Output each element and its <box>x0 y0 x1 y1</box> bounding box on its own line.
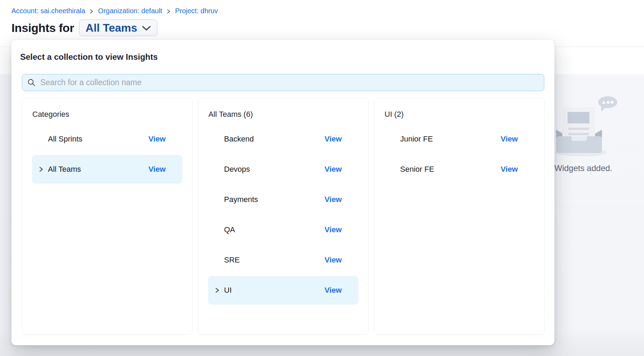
empty-state-message: Widgets added. <box>554 163 612 173</box>
column-categories: Categories All Sprints View All Teams Vi… <box>22 98 192 335</box>
collection-row-backend[interactable]: Backend View <box>208 125 358 153</box>
collection-label: All Teams <box>48 165 81 174</box>
document-text-line <box>568 133 589 135</box>
title-row: Insights for All Teams <box>11 19 157 36</box>
document-text-line <box>568 128 589 130</box>
chevron-right-icon <box>39 166 48 172</box>
inbox-tray-icon <box>556 136 602 153</box>
collection-row-all-teams[interactable]: All Teams View <box>32 155 182 184</box>
view-link[interactable]: View <box>501 165 518 174</box>
collection-label: Backend <box>224 135 254 144</box>
collection-dropdown-label: All Teams <box>85 22 137 34</box>
view-link[interactable]: View <box>324 286 342 295</box>
speech-bubble-tail <box>600 106 606 113</box>
collection-row-junior-fe[interactable]: Junior FE View <box>384 125 535 153</box>
collection-dropdown-button[interactable]: All Teams <box>79 19 157 36</box>
chevron-down-icon <box>142 25 151 31</box>
view-link[interactable]: View <box>148 135 166 144</box>
search-icon <box>27 79 36 87</box>
triangle-shape-icon <box>602 101 605 104</box>
collection-label: Junior FE <box>400 135 433 144</box>
document-image-block <box>568 112 589 123</box>
column-header: UI (2) <box>385 110 544 119</box>
column-ui: UI (2) Junior FE View Senior FE View <box>374 98 545 335</box>
collection-row-qa[interactable]: QA View <box>208 216 358 244</box>
document-illustration <box>562 107 595 139</box>
breadcrumb: Account: sai.cheethirala Organization: d… <box>11 7 218 15</box>
insights-page: Account: sai.cheethirala Organization: d… <box>0 0 644 356</box>
view-link[interactable]: View <box>324 225 342 234</box>
breadcrumb-separator-icon <box>167 9 171 14</box>
collection-row-ui[interactable]: UI View <box>208 276 358 305</box>
view-link[interactable]: View <box>501 135 518 144</box>
page-title: Insights for <box>11 21 74 35</box>
view-link[interactable]: View <box>324 195 342 204</box>
collection-row-all-sprints[interactable]: All Sprints View <box>32 125 182 153</box>
collection-row-sre[interactable]: SRE View <box>208 246 358 274</box>
search-input[interactable] <box>40 78 539 87</box>
collection-row-senior-fe[interactable]: Senior FE View <box>384 155 535 184</box>
column-header: All Teams (6) <box>208 110 368 119</box>
breadcrumb-link-organization[interactable]: Organization: default <box>98 7 162 15</box>
view-link[interactable]: View <box>324 165 342 174</box>
collection-label: Payments <box>224 195 258 204</box>
collection-label: Devops <box>224 165 250 174</box>
popover-title: Select a collection to view Insights <box>20 52 158 62</box>
breadcrumb-separator-icon <box>90 9 93 14</box>
empty-state: Widgets added. <box>552 94 632 177</box>
column-all-teams: All Teams (6) Backend View Devops View P… <box>198 98 369 335</box>
square-shape-icon <box>607 101 609 104</box>
collection-row-devops[interactable]: Devops View <box>208 155 358 184</box>
collection-label: UI <box>224 286 232 295</box>
inbox-tray-notch <box>571 136 587 141</box>
view-link[interactable]: View <box>148 165 166 174</box>
collection-label: Senior FE <box>400 165 434 174</box>
search-bar[interactable] <box>22 74 544 91</box>
breadcrumb-link-account[interactable]: Account: sai.cheethirala <box>11 7 85 15</box>
chevron-right-icon <box>215 287 224 293</box>
collection-label: All Sprints <box>48 135 82 144</box>
circle-shape-icon <box>611 101 613 104</box>
collection-label: SRE <box>224 256 240 265</box>
collection-label: QA <box>224 225 235 234</box>
view-link[interactable]: View <box>324 135 342 144</box>
view-link[interactable]: View <box>324 256 342 265</box>
breadcrumb-link-project[interactable]: Project: dhruv <box>175 7 218 15</box>
collection-row-payments[interactable]: Payments View <box>208 185 358 214</box>
collection-columns: Categories All Sprints View All Teams Vi… <box>22 98 545 335</box>
collection-picker-popover: Select a collection to view Insights Cat… <box>11 40 554 345</box>
column-header: Categories <box>32 110 192 119</box>
